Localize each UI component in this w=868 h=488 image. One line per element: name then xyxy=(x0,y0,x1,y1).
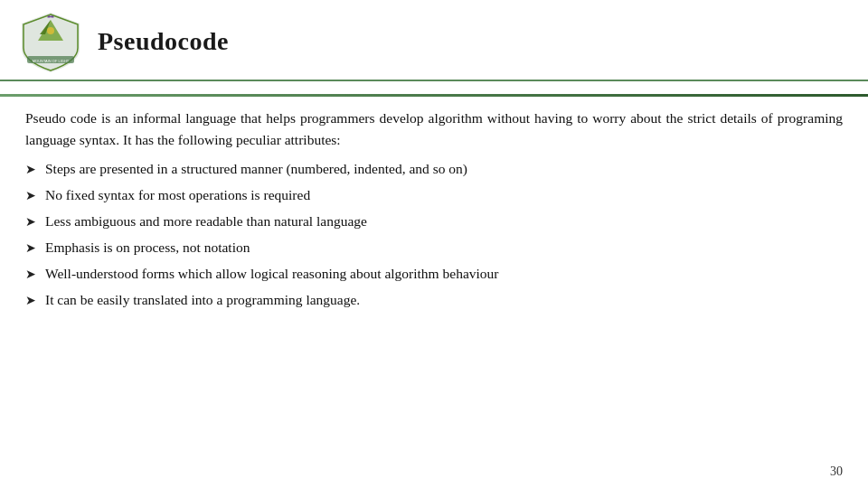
bullet-list: ➤Steps are presented in a structured man… xyxy=(25,158,843,311)
bullet-symbol-icon: ➤ xyxy=(25,291,36,311)
page-number: 30 xyxy=(830,465,843,479)
list-item: ➤No fixed syntax for most operations is … xyxy=(25,184,843,206)
bullet-symbol-icon: ➤ xyxy=(25,239,36,258)
list-item: ➤It can be easily translated into a prog… xyxy=(25,289,843,311)
bullet-text: Emphasis is on process, not notation xyxy=(45,237,843,258)
intro-paragraph: Pseudo code is an informal language that… xyxy=(25,108,843,151)
list-item: ➤Well-understood forms which allow logic… xyxy=(25,263,843,285)
list-item: ➤Steps are presented in a structured man… xyxy=(25,158,843,180)
svg-text:MOUNTAIN OF LIGHT: MOUNTAIN OF LIGHT xyxy=(33,59,70,63)
bullet-symbol-icon: ➤ xyxy=(25,212,36,232)
bullet-text: Less ambiguous and more readable than na… xyxy=(45,211,843,232)
main-content: Pseudo code is an informal language that… xyxy=(0,108,868,324)
header: MOUNTAIN OF LIGHT Pseudocode xyxy=(0,0,868,81)
bullet-symbol-icon: ➤ xyxy=(25,265,36,285)
header-divider xyxy=(0,94,868,97)
bullet-text: It can be easily translated into a progr… xyxy=(45,289,843,311)
list-item: ➤Less ambiguous and more readable than n… xyxy=(25,211,843,232)
bullet-text: No fixed syntax for most operations is r… xyxy=(45,184,843,206)
logo-icon: MOUNTAIN OF LIGHT xyxy=(18,9,83,74)
svg-point-4 xyxy=(47,27,54,34)
bullet-symbol-icon: ➤ xyxy=(25,186,36,206)
page-title: Pseudocode xyxy=(98,27,229,56)
logo: MOUNTAIN OF LIGHT xyxy=(18,9,83,74)
list-item: ➤Emphasis is on process, not notation xyxy=(25,237,843,258)
bullet-text: Steps are presented in a structured mann… xyxy=(45,158,843,180)
bullet-symbol-icon: ➤ xyxy=(25,160,36,180)
bullet-text: Well-understood forms which allow logica… xyxy=(45,263,843,285)
